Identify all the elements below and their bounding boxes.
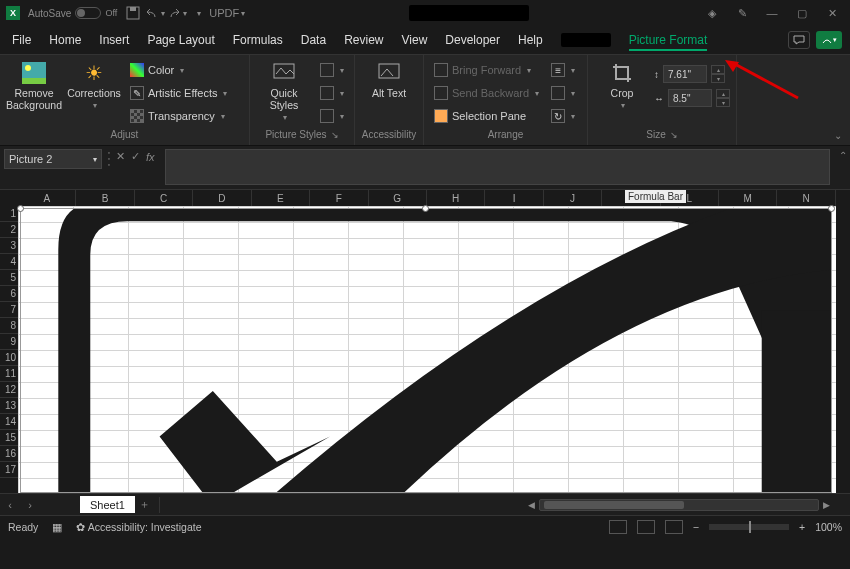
maximize-icon[interactable]: ▢: [790, 1, 814, 25]
rotate-button[interactable]: ↻▾: [547, 105, 579, 127]
autosave-toggle[interactable]: [75, 7, 101, 19]
picture-effects-button[interactable]: ▾: [316, 82, 348, 104]
cell-grid[interactable]: [18, 206, 836, 493]
zoom-out-icon[interactable]: −: [693, 521, 699, 533]
col-header-G[interactable]: G: [369, 190, 427, 206]
row-headers[interactable]: 1234567891011121314151617: [0, 206, 18, 478]
bring-forward-button[interactable]: Bring Forward▾: [430, 59, 543, 81]
share-button[interactable]: ▾: [816, 31, 842, 49]
row-header-5[interactable]: 5: [0, 270, 18, 286]
tab-insert[interactable]: Insert: [99, 33, 129, 47]
selection-pane-button[interactable]: Selection Pane: [430, 105, 543, 127]
autosave[interactable]: AutoSave Off: [28, 7, 117, 19]
picture-layout-button[interactable]: ▾: [316, 105, 348, 127]
zoom-in-icon[interactable]: +: [799, 521, 805, 533]
row-header-11[interactable]: 11: [0, 366, 18, 382]
row-header-1[interactable]: 1: [0, 206, 18, 222]
height-value[interactable]: 7.61": [663, 65, 707, 83]
collapse-ribbon-icon[interactable]: ⌄: [834, 130, 842, 141]
width-value[interactable]: 8.5": [668, 89, 712, 107]
sheet-next-icon[interactable]: ›: [20, 499, 40, 511]
tab-picture-format[interactable]: Picture Format: [629, 33, 708, 47]
crop-button[interactable]: Crop ▾: [594, 59, 650, 110]
pen-icon[interactable]: ✎: [730, 1, 754, 25]
tab-review[interactable]: Review: [344, 33, 383, 47]
col-header-M[interactable]: M: [719, 190, 777, 206]
col-header-N[interactable]: N: [777, 190, 835, 206]
picture-border-button[interactable]: ▾: [316, 59, 348, 81]
horizontal-scrollbar[interactable]: ◀ ▶: [169, 499, 850, 511]
undo-icon[interactable]: ▾: [145, 3, 165, 23]
formula-cancel-icon[interactable]: ✕: [116, 150, 125, 163]
row-header-13[interactable]: 13: [0, 398, 18, 414]
tab-home[interactable]: Home: [49, 33, 81, 47]
sheet1-tab[interactable]: Sheet1: [80, 496, 135, 513]
tab-formulas[interactable]: Formulas: [233, 33, 283, 47]
col-header-I[interactable]: I: [485, 190, 543, 206]
color-button[interactable]: Color▾: [126, 59, 231, 81]
send-backward-button[interactable]: Send Backward▾: [430, 82, 543, 104]
tab-data[interactable]: Data: [301, 33, 326, 47]
col-header-D[interactable]: D: [193, 190, 251, 206]
minimize-icon[interactable]: —: [760, 1, 784, 25]
transparency-button[interactable]: Transparency▾: [126, 105, 231, 127]
width-spinner[interactable]: ↔8.5"▴▾: [654, 89, 730, 107]
row-header-6[interactable]: 6: [0, 286, 18, 302]
save-icon[interactable]: [123, 3, 143, 23]
artistic-effects-button[interactable]: ✎Artistic Effects▾: [126, 82, 231, 104]
tab-view[interactable]: View: [402, 33, 428, 47]
group-button[interactable]: ▾: [547, 82, 579, 104]
picture-selection-box[interactable]: [20, 208, 832, 493]
corrections-button[interactable]: ☀ Corrections ▾: [66, 59, 122, 110]
row-header-14[interactable]: 14: [0, 414, 18, 430]
page-layout-view-icon[interactable]: [637, 520, 655, 534]
tab-file[interactable]: File: [12, 33, 31, 47]
col-header-F[interactable]: F: [310, 190, 368, 206]
col-header-A[interactable]: A: [18, 190, 76, 206]
comments-button[interactable]: [788, 31, 810, 49]
quick-styles-button[interactable]: Quick Styles ▾: [256, 59, 312, 122]
row-header-7[interactable]: 7: [0, 302, 18, 318]
qat-more-icon[interactable]: ▾: [189, 3, 209, 23]
normal-view-icon[interactable]: [609, 520, 627, 534]
alt-text-button[interactable]: Alt Text: [361, 59, 417, 99]
row-header-9[interactable]: 9: [0, 334, 18, 350]
tab-developer[interactable]: Developer: [445, 33, 500, 47]
row-header-3[interactable]: 3: [0, 238, 18, 254]
row-header-16[interactable]: 16: [0, 446, 18, 462]
status-accessibility[interactable]: ✿ Accessibility: Investigate: [76, 521, 201, 533]
col-header-E[interactable]: E: [252, 190, 310, 206]
row-header-10[interactable]: 10: [0, 350, 18, 366]
vertical-scrollbar[interactable]: [836, 206, 850, 493]
row-header-12[interactable]: 12: [0, 382, 18, 398]
document-title[interactable]: [409, 5, 529, 21]
zoom-slider[interactable]: [709, 524, 789, 530]
redo-icon[interactable]: ▾: [167, 3, 187, 23]
inserted-picture[interactable]: [21, 209, 831, 492]
sheet-prev-icon[interactable]: ‹: [0, 499, 20, 511]
remove-background-button[interactable]: Remove Background: [6, 59, 62, 111]
tab-page-layout[interactable]: Page Layout: [147, 33, 214, 47]
updf-button[interactable]: UPDF▾: [217, 3, 237, 23]
col-header-H[interactable]: H: [427, 190, 485, 206]
row-header-17[interactable]: 17: [0, 462, 18, 478]
formula-bar-collapse-icon[interactable]: ⌃: [836, 146, 850, 161]
name-box[interactable]: Picture 2▾: [4, 149, 102, 169]
page-break-view-icon[interactable]: [665, 520, 683, 534]
zoom-percent[interactable]: 100%: [815, 521, 842, 533]
hidden-tab[interactable]: [561, 33, 611, 47]
align-button[interactable]: ≡▾: [547, 59, 579, 81]
status-macro-icon[interactable]: ▦: [52, 521, 62, 533]
column-headers[interactable]: ABCDEFGHIJKLMN: [18, 190, 836, 206]
row-header-2[interactable]: 2: [0, 222, 18, 238]
formula-bar-input[interactable]: [165, 149, 830, 185]
close-icon[interactable]: ✕: [820, 1, 844, 25]
tab-help[interactable]: Help: [518, 33, 543, 47]
formula-enter-icon[interactable]: ✓: [131, 150, 140, 163]
row-header-8[interactable]: 8: [0, 318, 18, 334]
row-header-15[interactable]: 15: [0, 430, 18, 446]
row-header-4[interactable]: 4: [0, 254, 18, 270]
new-sheet-icon[interactable]: ＋: [135, 497, 155, 512]
formula-fx-icon[interactable]: fx: [146, 151, 155, 163]
height-spinner[interactable]: ↕7.61"▴▾: [654, 65, 730, 83]
